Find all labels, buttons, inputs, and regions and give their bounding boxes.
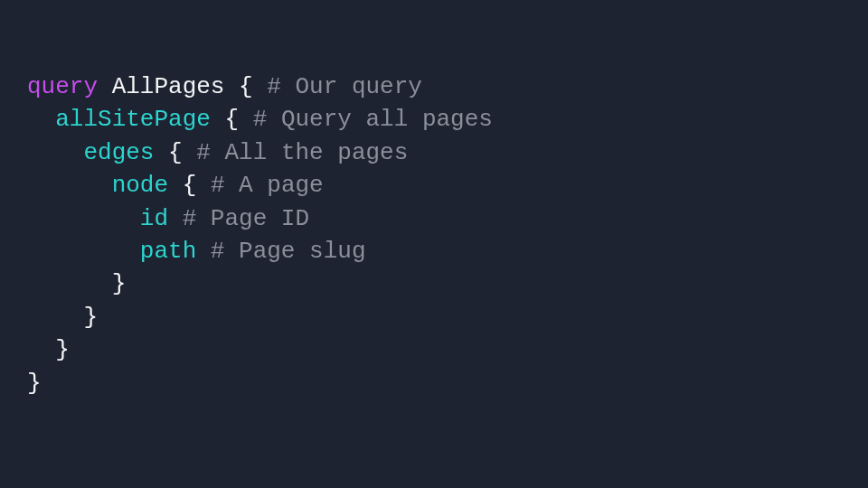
brace-token: } [112, 270, 127, 297]
code-line: } [27, 367, 841, 399]
brace-token: } [55, 336, 70, 363]
comment-token: # A page [211, 172, 324, 199]
field-token: edges [83, 139, 154, 166]
kw-token: query [27, 73, 98, 100]
space-token [98, 73, 112, 100]
space-token [183, 139, 197, 166]
field-token: node [112, 172, 168, 199]
brace-token: } [27, 370, 42, 397]
comment-token: # Page slug [211, 238, 366, 265]
name-token: AllPages [112, 73, 225, 100]
code-line: node { # A page [27, 169, 841, 202]
code-line: id # Page ID [27, 202, 841, 235]
brace-token: { [239, 73, 253, 100]
code-line: query AllPages { # Our query [27, 70, 841, 103]
space-token [168, 205, 183, 232]
space-token [211, 106, 225, 133]
space-token [253, 73, 268, 100]
code-line: edges { # All the pages [27, 136, 841, 169]
code-line: } [27, 301, 841, 333]
space-token [224, 73, 239, 100]
field-token: id [140, 205, 168, 232]
comment-token: # All the pages [196, 139, 408, 166]
code-line: } [27, 267, 841, 300]
space-token [196, 172, 211, 199]
comment-token: # Page ID [183, 205, 309, 232]
space-token [154, 139, 168, 166]
space-token [239, 106, 253, 133]
comment-token: # Query all pages [253, 106, 493, 133]
graphql-code-block: query AllPages { # Our query allSitePage… [0, 0, 868, 399]
space-token [168, 172, 183, 199]
code-line: path # Page slug [27, 235, 841, 267]
code-line: } [27, 333, 841, 366]
field-token: path [140, 238, 196, 265]
brace-token: { [224, 106, 239, 133]
brace-token: { [183, 172, 197, 199]
space-token [196, 238, 211, 265]
brace-token: } [83, 304, 98, 331]
field-token: allSitePage [55, 106, 211, 133]
brace-token: { [168, 139, 183, 166]
comment-token: # Our query [267, 73, 422, 100]
code-line: allSitePage { # Query all pages [27, 103, 841, 136]
